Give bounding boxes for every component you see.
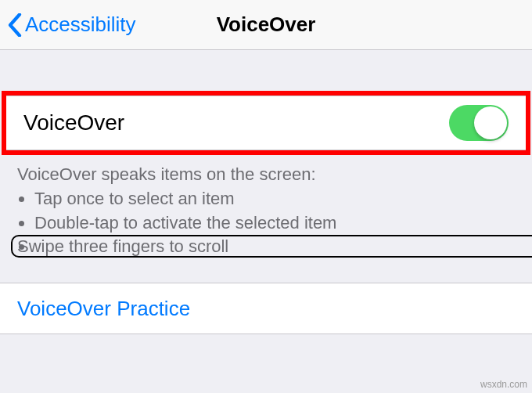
description-bullet: Tap once to select an item (34, 187, 515, 211)
description-bullet: Swipe three fingers to scroll (34, 235, 515, 259)
description-bullet: Double-tap to activate the selected item (34, 211, 515, 236)
practice-section: VoiceOver Practice (0, 283, 532, 334)
back-label: Accessibility (25, 13, 136, 37)
voiceover-practice-label: VoiceOver Practice (17, 297, 190, 321)
voiceover-practice-row[interactable]: VoiceOver Practice (0, 283, 532, 334)
chevron-left-icon (8, 13, 22, 37)
watermark: wsxdn.com (480, 379, 527, 390)
voiceover-description: VoiceOver speaks items on the screen: Ta… (0, 155, 532, 278)
page-title: VoiceOver (217, 13, 316, 37)
voiceover-focus-cursor: Swipe three fingers to scroll (11, 235, 532, 258)
navigation-bar: Accessibility VoiceOver (0, 0, 532, 50)
voiceover-toggle-row[interactable]: VoiceOver (6, 96, 526, 150)
voiceover-toggle-label: VoiceOver (23, 110, 124, 135)
section-spacer (0, 50, 532, 91)
back-button[interactable]: Accessibility (0, 13, 136, 37)
highlight-annotation: VoiceOver (2, 91, 530, 155)
description-heading: VoiceOver speaks items on the screen: (17, 163, 515, 187)
toggle-knob (474, 106, 507, 139)
voiceover-toggle-switch[interactable] (449, 105, 509, 141)
description-list: Tap once to select an item Double-tap to… (34, 187, 515, 259)
